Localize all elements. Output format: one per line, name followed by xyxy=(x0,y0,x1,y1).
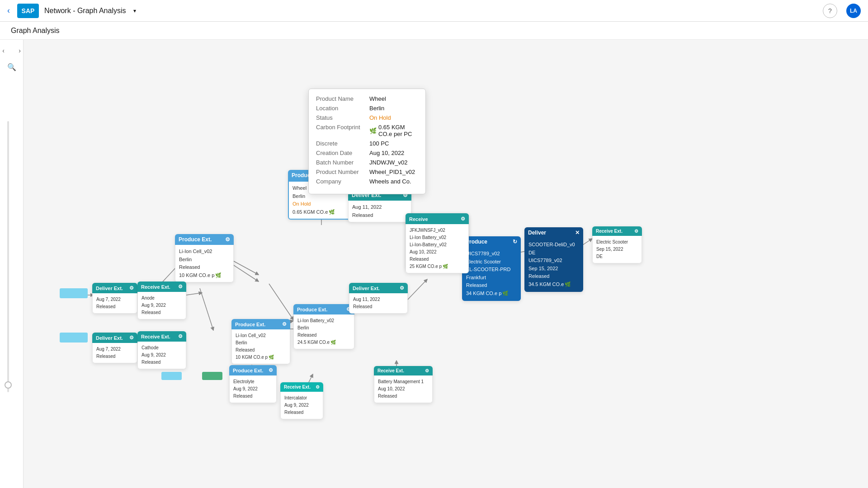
node-line1: Battery Management 1 xyxy=(378,378,429,385)
node-settings-icon[interactable]: ↻ xyxy=(513,239,517,245)
node-date: Aug 7, 2022 xyxy=(96,346,133,353)
carbon-icon: 🌿 xyxy=(369,127,377,134)
node-line3: Released xyxy=(284,409,319,416)
dropdown-icon[interactable]: ▾ xyxy=(133,8,136,14)
node-line4: Frankfurt xyxy=(466,274,517,282)
node-receive-ext-battery-mgmt[interactable]: Receive Ext. ⚙ Battery Management 1 Aug … xyxy=(374,366,433,403)
carbon-icon: 🌿 xyxy=(502,290,509,298)
back-button[interactable]: ‹ xyxy=(7,6,10,15)
tooltip-discrete-label: Discrete xyxy=(316,140,366,147)
node-line3: Released xyxy=(233,393,273,400)
carbon-icon: 🌿 xyxy=(565,281,571,289)
carbon-leaf-icon: 🌿 xyxy=(329,208,335,216)
node-settings-icon[interactable]: ⚙ xyxy=(461,216,465,222)
node-line1: Li-Ion Battery_v02 xyxy=(297,317,350,324)
tooltip-batch-value: JNDWJW_v02 xyxy=(369,159,408,166)
tooltip-location-label: Location xyxy=(316,105,366,112)
header-title: Network - Graph Analysis xyxy=(44,7,126,15)
node-line3: Released xyxy=(142,309,182,316)
node-line2: Released xyxy=(352,211,407,220)
node-line3: DE xyxy=(596,253,638,260)
carbon-icon: 🌿 xyxy=(443,263,448,270)
node-line1: Electric Scooter xyxy=(596,239,638,246)
node-line4: 10 KGM CO.e p 🌿 xyxy=(236,354,286,361)
graph-canvas: ‹ › 🔍 xyxy=(0,40,868,488)
node-settings-icon[interactable]: ⚙ xyxy=(425,368,429,373)
node-line2: Released xyxy=(96,303,133,310)
node-line2: Released xyxy=(353,303,404,310)
app-header: ‹ SAP Network - Graph Analysis ▾ ? LA xyxy=(0,0,868,22)
node-line1: Anode xyxy=(142,295,182,302)
node-line4: 24.5 KGM CO.e 🌿 xyxy=(297,339,350,346)
node-settings-icon[interactable]: ✕ xyxy=(575,230,580,236)
node-settings-icon[interactable]: ⚙ xyxy=(316,385,320,389)
node-deliver-ext-wheel[interactable]: Deliver Ext. ⚙ Aug 11, 2022 Released xyxy=(348,190,411,222)
next-nav-button[interactable]: › xyxy=(13,45,27,56)
node-produce-ext-li3[interactable]: Produce Ext. ⚙ Li-Ion Battery_v02 Berlin… xyxy=(293,304,354,349)
node-deliver-ext-li[interactable]: Deliver Ext. ⚙ Aug 7, 2022 Released xyxy=(92,283,137,314)
node-line1: UICS7789_v02 xyxy=(466,250,517,258)
prev-nav-button[interactable]: ‹ xyxy=(0,45,11,56)
node-settings-icon[interactable]: ⚙ xyxy=(129,285,134,291)
node-produce-main[interactable]: Produce ↻ UICS7789_v02 Electric Scooter … xyxy=(462,236,521,301)
search-button[interactable]: 🔍 xyxy=(5,61,19,72)
node-line2: Aug 9, 2022 xyxy=(284,402,319,409)
tooltip-product-value: Wheel xyxy=(369,95,386,102)
tiny-node-left4 xyxy=(202,372,222,380)
node-settings-icon[interactable]: ⚙ xyxy=(178,333,183,339)
sap-logo: SAP xyxy=(17,4,39,18)
node-line2: Aug 9, 2022 xyxy=(142,302,182,309)
node-receive-ext-cathode[interactable]: Receive Ext. ⚙ Cathode Aug 9, 2022 Relea… xyxy=(137,331,186,369)
zoom-slider[interactable] xyxy=(7,121,9,392)
node-settings-icon[interactable]: ⚙ xyxy=(129,335,134,341)
tooltip-company-label: Company xyxy=(316,178,366,185)
tiny-node-left3 xyxy=(161,372,182,380)
node-line6: 34.5 KGM CO.e 🌿 xyxy=(528,281,579,289)
node-receive-ext-right[interactable]: Receive Ext. ⚙ Electric Scooter Sep 15, … xyxy=(592,226,642,263)
node-line6: 34 KGM CO.e p 🌿 xyxy=(466,290,517,298)
svg-line-19 xyxy=(269,284,293,320)
node-settings-icon[interactable]: ⚙ xyxy=(634,229,638,234)
node-intercalator[interactable]: Receive Ext. ⚙ Intercalator Aug 9, 2022 … xyxy=(280,382,323,419)
node-header-label: Deliver Ext. xyxy=(96,335,123,341)
node-line1: SCOOTER-DeliD_v0 xyxy=(528,241,579,249)
node-line2: Aug 10, 2022 xyxy=(378,385,429,393)
node-line4: Aug 10, 2022 xyxy=(410,249,465,256)
node-line3: Li-Ion-Battery_v02 xyxy=(410,241,465,249)
node-header-label: Produce xyxy=(466,239,487,245)
node-line3: On Hold xyxy=(292,200,350,208)
node-line5: Released xyxy=(528,272,579,281)
node-receive-li-battery[interactable]: Receive ⚙ JFKJWNSFJ_v02 Li-Ion Battery_v… xyxy=(406,214,469,273)
node-line2: DE xyxy=(528,249,579,257)
node-line2: Aug 9, 2022 xyxy=(142,352,182,359)
node-produce-ext-li2[interactable]: Produce Ext. ⚙ Li-Ion Cell_v02 Berlin Re… xyxy=(231,319,290,364)
nav-controls: ‹ › xyxy=(0,45,27,56)
node-settings-icon[interactable]: ⚙ xyxy=(178,284,183,290)
help-button[interactable]: ? xyxy=(823,4,837,18)
node-settings-icon[interactable]: ⚙ xyxy=(400,285,404,291)
node-line6: 25 KGM CO.e p 🌿 xyxy=(410,263,465,270)
tooltip-carbon-label: Carbon Footprint xyxy=(316,124,366,137)
node-line3: Released xyxy=(142,359,182,366)
node-header-label: Receive Ext. xyxy=(141,284,170,290)
node-deliver-ext-bot[interactable]: Deliver Ext. ⚙ Aug 11, 2022 Released xyxy=(349,283,408,314)
svg-line-11 xyxy=(406,279,427,302)
node-header-label: Produce Ext. xyxy=(233,368,263,373)
node-line1: JFKJWNSFJ_v02 xyxy=(410,227,465,234)
node-deliver-main[interactable]: Deliver ✕ SCOOTER-DeliD_v0 DE UICS7789_v… xyxy=(524,227,583,292)
node-line2: Berlin xyxy=(236,339,286,347)
node-settings-icon[interactable]: ⚙ xyxy=(282,321,287,327)
node-settings-icon[interactable]: ⚙ xyxy=(269,367,273,373)
node-line3: EL-SCOOTER-PRD xyxy=(466,266,517,274)
node-electrolyte[interactable]: Produce Ext. ⚙ Electrolyte Aug 9, 2022 R… xyxy=(229,365,277,403)
node-line2: Sep 15, 2022 xyxy=(596,246,638,253)
node-produce-ext-li[interactable]: Produce Ext. ⚙ Li-Ion Cell_v02 Berlin Re… xyxy=(175,234,234,282)
zoom-slider-thumb[interactable] xyxy=(5,381,12,389)
product-tooltip: Product Name Wheel Location Berlin Statu… xyxy=(308,89,426,194)
user-avatar[interactable]: LA xyxy=(846,4,861,18)
tooltip-status-label: Status xyxy=(316,114,366,121)
node-settings-icon[interactable]: ⚙ xyxy=(225,236,230,243)
node-receive-ext-anode[interactable]: Receive Ext. ⚙ Anode Aug 9, 2022 Release… xyxy=(137,282,186,319)
node-deliver-ext-small2[interactable]: Deliver Ext. ⚙ Aug 7, 2022 Released xyxy=(92,333,137,363)
tooltip-carbon-value: 🌿 0.65 KGM CO.e per PC xyxy=(369,124,418,137)
